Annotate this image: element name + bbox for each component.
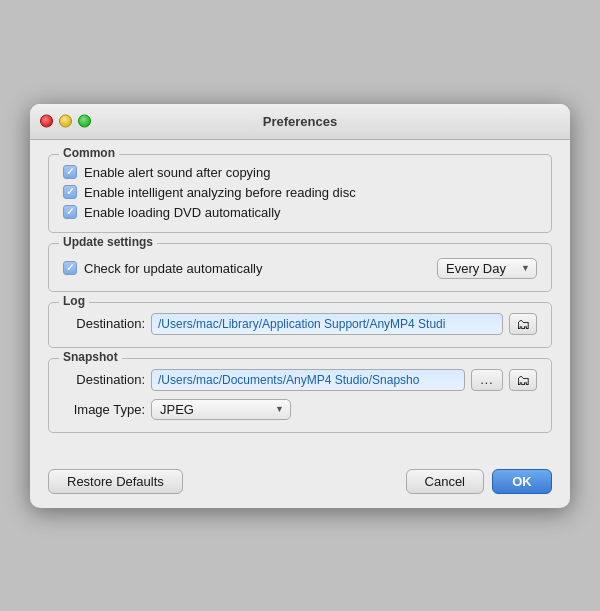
update-frequency-value: Every Day <box>446 261 506 276</box>
check-update-label: Check for update automatically <box>84 261 262 276</box>
intelligent-analyzing-label: Enable intelligent analyzing before read… <box>84 185 356 200</box>
update-frequency-dropdown[interactable]: Every Day ▼ <box>437 258 537 279</box>
log-dest-label: Destination: <box>63 316 145 331</box>
loading-dvd-checkbox[interactable]: ✓ <box>63 205 77 219</box>
snapshot-folder-icon: 🗂 <box>516 372 530 388</box>
checkmark-1: ✓ <box>66 167 74 177</box>
snapshot-dest-label: Destination: <box>63 372 145 387</box>
snapshot-folder-button[interactable]: 🗂 <box>509 369 537 391</box>
imagetype-dropdown-arrow-icon: ▼ <box>275 404 284 414</box>
log-folder-button[interactable]: 🗂 <box>509 313 537 335</box>
update-section-label: Update settings <box>59 235 157 249</box>
snapshot-section: Snapshot Destination: /Users/mac/Documen… <box>48 358 552 433</box>
snapshot-destination-row: Destination: /Users/mac/Documents/AnyMP4… <box>63 369 537 391</box>
log-folder-icon: 🗂 <box>516 316 530 332</box>
common-section-label: Common <box>59 146 119 160</box>
content-area: Common ✓ Enable alert sound after copyin… <box>30 140 570 459</box>
dots-icon: ... <box>480 373 493 387</box>
update-settings-section: Update settings ✓ Check for update autom… <box>48 243 552 292</box>
checkmark-3: ✓ <box>66 207 74 217</box>
restore-defaults-button[interactable]: Restore Defaults <box>48 469 183 494</box>
traffic-lights <box>40 115 91 128</box>
common-section: Common ✓ Enable alert sound after copyin… <box>48 154 552 233</box>
imagetype-value: JPEG <box>160 402 194 417</box>
maximize-button[interactable] <box>78 115 91 128</box>
checkmark-2: ✓ <box>66 187 74 197</box>
footer-right-buttons: Cancel OK <box>406 469 552 494</box>
snapshot-dest-field[interactable]: /Users/mac/Documents/AnyMP4 Studio/Snaps… <box>151 369 465 391</box>
preferences-window: Preferences Common ✓ Enable alert sound … <box>30 104 570 508</box>
checkmark-4: ✓ <box>66 263 74 273</box>
checkbox-row-3: ✓ Enable loading DVD automatically <box>63 205 537 220</box>
intelligent-analyzing-checkbox[interactable]: ✓ <box>63 185 77 199</box>
update-left: ✓ Check for update automatically <box>63 261 262 276</box>
minimize-button[interactable] <box>59 115 72 128</box>
imagetype-label: Image Type: <box>63 402 145 417</box>
dropdown-arrow-icon: ▼ <box>521 263 530 273</box>
checkbox-row-1: ✓ Enable alert sound after copying <box>63 165 537 180</box>
cancel-button[interactable]: Cancel <box>406 469 484 494</box>
check-update-checkbox[interactable]: ✓ <box>63 261 77 275</box>
log-dest-field[interactable]: /Users/mac/Library/Application Support/A… <box>151 313 503 335</box>
alert-sound-checkbox[interactable]: ✓ <box>63 165 77 179</box>
snapshot-dots-button[interactable]: ... <box>471 369 503 391</box>
titlebar: Preferences <box>30 104 570 140</box>
loading-dvd-label: Enable loading DVD automatically <box>84 205 281 220</box>
snapshot-section-label: Snapshot <box>59 350 122 364</box>
imagetype-row: Image Type: JPEG ▼ <box>63 399 537 420</box>
log-destination-row: Destination: /Users/mac/Library/Applicat… <box>63 313 537 335</box>
footer: Restore Defaults Cancel OK <box>30 459 570 508</box>
update-row: ✓ Check for update automatically Every D… <box>63 258 537 279</box>
ok-button[interactable]: OK <box>492 469 552 494</box>
log-section-label: Log <box>59 294 89 308</box>
alert-sound-label: Enable alert sound after copying <box>84 165 270 180</box>
log-section: Log Destination: /Users/mac/Library/Appl… <box>48 302 552 348</box>
checkbox-row-2: ✓ Enable intelligent analyzing before re… <box>63 185 537 200</box>
close-button[interactable] <box>40 115 53 128</box>
imagetype-dropdown[interactable]: JPEG ▼ <box>151 399 291 420</box>
window-title: Preferences <box>263 114 337 129</box>
